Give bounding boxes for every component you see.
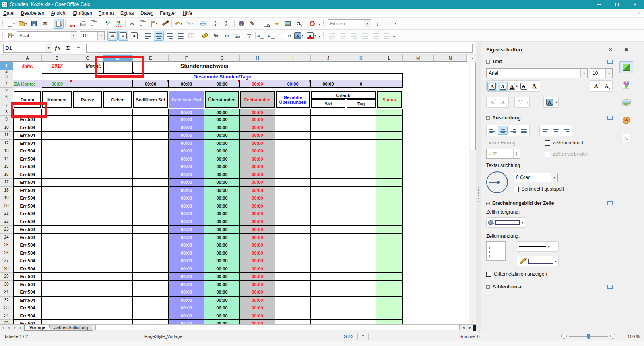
cell-G21[interactable]: 00:00 — [204, 210, 240, 218]
cell-H17[interactable]: 00:00 — [240, 179, 275, 187]
cell-G19[interactable]: 00:00 — [204, 194, 240, 202]
cell-H8[interactable]: 00:00 — [240, 109, 275, 116]
cell-A13[interactable]: Err:504 — [13, 147, 42, 155]
cell-I25[interactable] — [275, 241, 311, 249]
sidebar-align-left-button[interactable] — [487, 126, 497, 135]
cell-C33[interactable] — [72, 304, 103, 312]
status-insert-mode[interactable]: STD — [339, 331, 357, 341]
open-button[interactable]: ▾ — [17, 19, 28, 29]
cell-I16[interactable] — [275, 171, 311, 179]
cell-G20[interactable]: 00:00 — [204, 202, 240, 210]
cell-K13[interactable] — [346, 147, 376, 155]
dropdown-arrow-icon[interactable]: ▾ — [314, 34, 316, 37]
cell-A27[interactable]: Err:504 — [13, 257, 42, 265]
gallery-tab[interactable] — [619, 97, 633, 109]
cell-B25[interactable] — [42, 241, 72, 249]
cell-B27[interactable] — [42, 257, 72, 265]
cell-L14[interactable] — [376, 155, 402, 163]
cell-J34[interactable] — [311, 312, 346, 320]
align-left-button[interactable] — [143, 31, 153, 41]
cell-M25[interactable] — [402, 241, 434, 249]
column-header-I[interactable]: I — [275, 55, 311, 62]
collapse-icon[interactable]: − — [486, 116, 490, 120]
horizontal-scrollbar-thumb[interactable] — [95, 325, 460, 330]
cell-K11[interactable] — [346, 132, 376, 140]
cell-A21[interactable]: Err:504 — [13, 210, 42, 218]
toolbar-overflow-icon[interactable]: ▾ — [319, 22, 320, 27]
gallery-button[interactable] — [283, 19, 293, 29]
cell-E16[interactable] — [133, 171, 169, 179]
sidebar-underline-button[interactable]: A▾ — [508, 82, 518, 91]
cell-N16[interactable] — [434, 171, 467, 179]
navigator-button[interactable]: ✦ — [272, 19, 282, 29]
add-decimal-button[interactable]: 0→.000 — [233, 31, 243, 41]
align-right-button[interactable] — [165, 31, 175, 41]
dropdown-arrow-icon[interactable]: ▾ — [507, 249, 509, 253]
column-header-J[interactable]: J — [311, 55, 346, 62]
cell-J25[interactable] — [311, 241, 346, 249]
cell-C31[interactable] — [72, 288, 103, 297]
cell-J10[interactable] — [311, 124, 346, 132]
cell-L29[interactable] — [376, 273, 402, 281]
cell-E28[interactable] — [133, 265, 169, 273]
cell-E35[interactable] — [133, 320, 169, 324]
cell-N2[interactable] — [434, 70, 467, 73]
cell-K23[interactable] — [346, 226, 376, 234]
grid-corner-box[interactable] — [0, 55, 13, 62]
hyperlink-button[interactable] — [198, 19, 208, 29]
cell-N24[interactable] — [434, 234, 467, 242]
cell-N28[interactable] — [434, 265, 467, 273]
collapse-icon[interactable]: − — [486, 60, 490, 64]
increase-font-button[interactable]: A▲ — [591, 82, 601, 91]
cell-N23[interactable] — [434, 226, 467, 234]
cell-B14[interactable] — [42, 155, 72, 163]
dialog-launcher-icon[interactable]: … — [607, 116, 613, 120]
cell-J21[interactable] — [311, 210, 346, 218]
cell-M16[interactable] — [402, 171, 434, 179]
cell-D35[interactable] — [103, 320, 133, 324]
cell-F2[interactable] — [169, 70, 204, 73]
cell-D28[interactable] — [103, 265, 133, 273]
cell-M10[interactable] — [402, 124, 434, 132]
dialog-launcher-icon[interactable]: … — [607, 201, 613, 205]
cell-I5[interactable] — [275, 88, 311, 91]
cell-D10[interactable] — [103, 124, 133, 132]
cell-M1[interactable] — [402, 62, 434, 70]
dropdown-arrow-icon[interactable]: ▾ — [522, 221, 523, 224]
header-soll-norm-std[interactable]: Soll/Norm Std — [133, 91, 168, 108]
zoom-slider-track[interactable] — [569, 336, 608, 337]
row-header-22[interactable]: 22 — [0, 218, 13, 226]
column-header-K[interactable]: K — [346, 55, 376, 62]
status-page-style[interactable]: PageStyle_Vorlage — [140, 331, 339, 341]
zoom-slider-thumb[interactable] — [587, 334, 590, 339]
cell-C32[interactable] — [72, 297, 103, 305]
cell-F16[interactable]: 00:00 — [169, 171, 204, 179]
cell-L15[interactable] — [376, 163, 402, 171]
header-gehen[interactable]: Gehen — [103, 91, 132, 108]
cell-K10[interactable] — [346, 124, 376, 132]
cell-G24[interactable]: 00:00 — [204, 234, 240, 242]
sidebar-splitter[interactable] — [476, 42, 481, 331]
sum-button[interactable]: Σ — [63, 43, 73, 53]
cell-D29[interactable] — [103, 273, 133, 281]
border-line-style-control[interactable]: ▾ — [517, 241, 559, 252]
cell-D14[interactable] — [103, 155, 133, 163]
column-header-M[interactable]: M — [402, 55, 434, 62]
cell-L24[interactable] — [376, 234, 402, 242]
cell-I29[interactable] — [275, 273, 311, 281]
cell-G8[interactable]: 00:00 — [204, 109, 240, 116]
cell-K30[interactable] — [346, 281, 376, 289]
cell-L30[interactable] — [376, 281, 402, 289]
cell-F24[interactable]: 00:00 — [169, 234, 204, 242]
cell-C21[interactable] — [72, 210, 103, 218]
cell-L13[interactable] — [376, 147, 402, 155]
cell-K5[interactable] — [346, 88, 376, 91]
cell-F33[interactable]: 00:00 — [169, 304, 204, 312]
column-header-N[interactable]: N — [434, 55, 467, 62]
cell-N3[interactable] — [434, 73, 467, 80]
cell-G22[interactable]: 00:00 — [204, 218, 240, 226]
cell-H16[interactable]: 00:00 — [240, 171, 275, 179]
cell-B8[interactable] — [42, 109, 72, 116]
cell-B21[interactable] — [42, 210, 72, 218]
cell-D20[interactable] — [103, 202, 133, 210]
